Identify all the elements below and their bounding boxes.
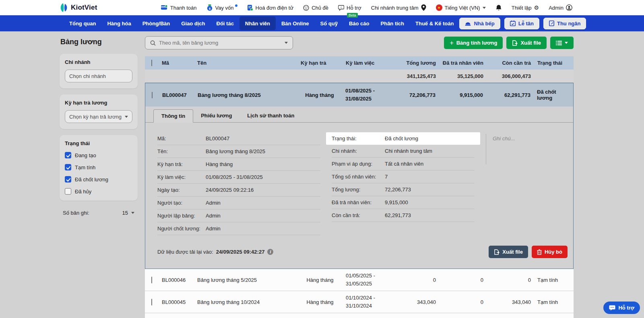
list-icon bbox=[556, 41, 562, 45]
select-all-checkbox[interactable] bbox=[151, 59, 152, 66]
records-label: Số bản ghi: bbox=[63, 210, 89, 216]
cloche-icon bbox=[465, 21, 471, 26]
theme-link[interactable]: Chủ đề bbox=[303, 5, 328, 11]
checkbox-checked-icon[interactable] bbox=[65, 152, 71, 158]
col-header-paid[interactable]: Đã trả nhân viên bbox=[439, 60, 487, 66]
cancel-payroll-button[interactable]: Hủy bỏ bbox=[532, 246, 568, 258]
pay-term-filter-card: Kỳ hạn trả lương Chọn kỳ hạn trả lương bbox=[60, 94, 138, 129]
chevron-down-icon bbox=[125, 116, 128, 118]
branch-selector[interactable]: Chi nhánh trung tâm bbox=[371, 4, 426, 11]
row-total: 72,206,773 bbox=[394, 92, 439, 98]
column-settings-button[interactable] bbox=[550, 37, 574, 49]
nav-tab-bao-cao[interactable]: Báo cáo bbox=[343, 16, 375, 30]
row-checkbox[interactable] bbox=[152, 92, 153, 98]
detail-scope: Tất cả nhân viên bbox=[385, 161, 423, 167]
nav-tab-giao-dich[interactable]: Giao dịch bbox=[175, 16, 211, 30]
nav-tab-doi-tac[interactable]: Đối tác bbox=[211, 16, 239, 30]
payment-link[interactable]: Thanh toán bbox=[161, 5, 197, 11]
status-checkbox-tam-tinh[interactable]: Tạm tính bbox=[65, 164, 132, 170]
einvoice-link[interactable]: Hoá đơn điện tử bbox=[247, 5, 294, 11]
detail-tab-thong-tin[interactable]: Thông tin bbox=[153, 109, 193, 123]
chevron-down-icon bbox=[131, 212, 134, 214]
support-link[interactable]: i Hỗ trợ Beta bbox=[338, 5, 361, 11]
table-row[interactable]: BL000045 Bảng lương tháng 10/2024 Hàng t… bbox=[145, 291, 574, 313]
nav-tab-thue-ke-toan[interactable]: Thuế & Kế toán bbox=[410, 16, 459, 30]
branch-filter-title: Chi nhánh bbox=[65, 59, 132, 65]
settings-link[interactable]: Thiết lập ⚙ bbox=[512, 5, 539, 11]
nav-tab-nhan-vien[interactable]: Nhân viên bbox=[239, 16, 276, 30]
col-header-remaining[interactable]: Còn cần trả bbox=[487, 60, 534, 66]
export-file-button[interactable]: Xuất file bbox=[506, 37, 547, 49]
col-header-status[interactable]: Trạng thái bbox=[534, 60, 574, 66]
row-checkbox[interactable] bbox=[151, 277, 152, 283]
detail-footer: Dữ liệu được tải lại vào: 24/09/2025 09:… bbox=[145, 235, 573, 258]
detail-body: Mã:BL000047 Tên:Bảng lương tháng 8/2025 … bbox=[145, 123, 573, 235]
detail-branch: Chi nhánh trung tâm bbox=[385, 148, 432, 154]
nav-tab-hang-hoa[interactable]: Hàng hóa bbox=[101, 16, 136, 30]
row-term: Hàng tháng bbox=[297, 299, 343, 305]
status-filter-title: Trạng thái bbox=[65, 140, 132, 146]
search-placeholder: Theo mã, tên bảng lương bbox=[159, 40, 281, 46]
support-fab-button[interactable]: Hỗ trợ bbox=[603, 302, 640, 314]
table-row[interactable]: BL000047 Bảng lương tháng 8/2025 Hàng th… bbox=[145, 83, 573, 107]
row-remaining: 343,040 bbox=[487, 299, 534, 305]
search-icon bbox=[150, 40, 156, 46]
search-input[interactable]: Theo mã, tên bảng lương bbox=[145, 36, 293, 49]
summary-total: 341,125,473 bbox=[394, 73, 439, 79]
checkbox-unchecked-icon[interactable] bbox=[65, 188, 71, 195]
reload-info: Dữ liệu được tải lại vào: 24/09/2025 09:… bbox=[157, 249, 273, 255]
checkbox-checked-icon[interactable] bbox=[65, 164, 71, 170]
col-header-period[interactable]: Kỳ làm việc bbox=[343, 60, 394, 66]
kiotviet-logo[interactable]: KiotViet bbox=[60, 3, 97, 12]
language-selector[interactable]: ★ Tiếng Việt (VN) bbox=[436, 4, 486, 11]
branch-filter-input[interactable]: Chọn chi nhánh bbox=[65, 70, 132, 82]
status-checkbox-da-chot-luong[interactable]: Đã chốt lương bbox=[65, 176, 132, 183]
cashier-button[interactable]: Thu ngân bbox=[543, 18, 586, 29]
detail-export-button[interactable]: Xuất file bbox=[489, 246, 528, 258]
pay-term-filter-select[interactable]: Chọn kỳ hạn trả lương bbox=[65, 110, 132, 123]
nav-tab-phong-ban[interactable]: Phòng/Bàn bbox=[137, 16, 176, 30]
table-actions: + Bảng tính lương Xuất file bbox=[444, 37, 574, 49]
nav-tab-tong-quan[interactable]: Tổng quan bbox=[64, 16, 101, 30]
kitchen-button[interactable]: Nhà bếp bbox=[459, 18, 500, 29]
nav-tab-so-quy[interactable]: Sổ quỹ bbox=[315, 16, 343, 30]
detail-code: BL000047 bbox=[206, 135, 229, 142]
table-row[interactable]: BL000046 Bảng lương tháng 5/2025 Hàng th… bbox=[145, 269, 574, 291]
info-icon[interactable]: i bbox=[267, 249, 273, 255]
brand-name: KiotViet bbox=[71, 4, 97, 12]
row-paid: 0 bbox=[439, 299, 487, 305]
nav-tab-ban-online[interactable]: Bán Online bbox=[276, 16, 315, 30]
row-remaining: 62,291,773 bbox=[486, 92, 534, 98]
nav-tab-phan-tich[interactable]: Phân tích bbox=[375, 16, 410, 30]
col-header-name[interactable]: Tên bbox=[194, 60, 297, 66]
einvoice-icon bbox=[247, 5, 253, 11]
receipt-icon bbox=[549, 21, 554, 26]
notifications-button[interactable] bbox=[495, 4, 502, 11]
col-header-term[interactable]: Kỳ hạn trả bbox=[297, 60, 343, 66]
records-per-page: Số bản ghi: 15 bbox=[60, 207, 138, 216]
note-input[interactable]: Ghi chú... bbox=[486, 134, 568, 164]
row-paid: 0 bbox=[439, 277, 487, 283]
beta-badge: Beta bbox=[347, 13, 358, 18]
detail-tab-phieu-luong[interactable]: Phiếu lương bbox=[193, 109, 239, 123]
status-checkbox-dang-tao[interactable]: Đang tạo bbox=[65, 152, 132, 158]
user-menu[interactable]: Admin bbox=[549, 4, 572, 11]
page-title: Bảng lương bbox=[60, 38, 102, 46]
add-payroll-button[interactable]: + Bảng tính lương bbox=[444, 37, 503, 49]
loan-icon: $ bbox=[206, 4, 213, 11]
row-total: 0 bbox=[394, 277, 439, 283]
support-chat-icon: i bbox=[338, 5, 344, 11]
detail-tab-lich-su[interactable]: Lịch sử thanh toán bbox=[239, 109, 302, 123]
detail-left-column: Mã:BL000047 Tên:Bảng lương tháng 8/2025 … bbox=[157, 132, 320, 235]
svg-text:$: $ bbox=[208, 7, 211, 10]
status-checkbox-da-huy[interactable]: Đã hủy bbox=[65, 188, 132, 195]
col-header-total[interactable]: Tổng lương bbox=[394, 60, 439, 66]
table-row[interactable]: BL000044 Bảng lương tháng 7/2024 Hàng th… bbox=[145, 313, 574, 318]
records-selector[interactable]: 15 bbox=[122, 210, 134, 216]
col-header-code[interactable]: Mã bbox=[159, 60, 194, 66]
loan-link[interactable]: $ Vay vốn bbox=[206, 4, 237, 11]
row-checkbox[interactable] bbox=[151, 299, 152, 306]
checkbox-checked-icon[interactable] bbox=[65, 176, 71, 183]
detail-name: Bảng lương tháng 8/2025 bbox=[206, 148, 265, 154]
reception-button[interactable]: Lễ tân bbox=[504, 18, 539, 29]
